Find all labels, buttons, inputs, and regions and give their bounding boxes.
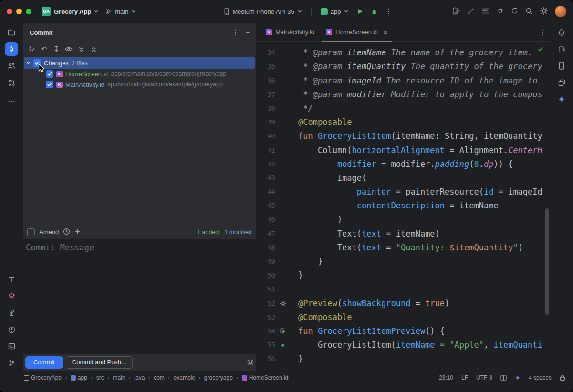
ai-commit-message-icon[interactable] bbox=[74, 228, 81, 236]
more-run-options-icon[interactable]: ⋮ bbox=[383, 5, 395, 18]
line-number[interactable]: 50 bbox=[256, 268, 275, 282]
commit-tool-window-icon[interactable] bbox=[5, 42, 18, 56]
added-count[interactable]: 1 added bbox=[197, 229, 219, 236]
breadcrumb-item[interactable]: main bbox=[113, 374, 125, 381]
refresh-icon[interactable]: ↻ bbox=[26, 44, 37, 54]
terminal-icon[interactable] bbox=[5, 340, 18, 353]
inspections-ok-icon[interactable] bbox=[537, 46, 543, 53]
shelve-icon[interactable]: ↧ bbox=[51, 44, 62, 54]
line-number[interactable]: 52 bbox=[256, 297, 275, 310]
show-diff-icon[interactable] bbox=[63, 44, 74, 54]
line-number[interactable]: 40 bbox=[256, 129, 275, 143]
code-line[interactable]: 37 * @param modifier Modifier to apply t… bbox=[256, 88, 550, 102]
line-number[interactable]: 36 bbox=[256, 74, 275, 88]
problems-icon[interactable] bbox=[5, 323, 18, 336]
gutter-icon-slot[interactable] bbox=[275, 328, 298, 334]
file-checkbox[interactable] bbox=[46, 81, 53, 88]
commit-history-icon[interactable] bbox=[63, 228, 70, 237]
code-line[interactable]: 45 contentDescription = itemName bbox=[256, 199, 550, 213]
code-line[interactable]: 41 Column(horizontalAlignment = Alignmen… bbox=[256, 144, 550, 157]
notifications-bell-icon[interactable] bbox=[555, 26, 568, 39]
app-insights-bug-icon[interactable] bbox=[497, 7, 504, 16]
device-selector[interactable]: Medium Phone API 35 bbox=[220, 6, 305, 17]
code-line[interactable]: 54fun GroceryListItemPreview() { bbox=[256, 324, 550, 338]
pull-requests-icon[interactable] bbox=[5, 76, 18, 89]
expand-chevron-icon[interactable] bbox=[26, 61, 31, 65]
plant-icon[interactable] bbox=[5, 306, 18, 320]
expand-all-icon[interactable] bbox=[75, 44, 87, 54]
line-number[interactable]: 57 bbox=[256, 366, 275, 371]
hide-panel-icon[interactable]: − bbox=[246, 29, 250, 36]
line-number[interactable]: 47 bbox=[256, 227, 275, 241]
user-avatar[interactable] bbox=[555, 6, 566, 17]
run-preview-gutter-icon[interactable] bbox=[280, 328, 286, 334]
modified-count[interactable]: 1 modified bbox=[224, 229, 252, 236]
code-line[interactable]: 49 } bbox=[256, 255, 550, 268]
code-line[interactable]: 39@Composable bbox=[256, 115, 550, 129]
settings-gear-icon[interactable] bbox=[540, 7, 548, 16]
line-number[interactable]: 56 bbox=[256, 352, 275, 366]
minimize-window-button[interactable] bbox=[16, 9, 22, 14]
code-line[interactable]: 46 ) bbox=[256, 213, 550, 227]
code-line[interactable]: 51 bbox=[256, 282, 550, 296]
code-line[interactable]: 38 */ bbox=[256, 102, 550, 115]
code-line[interactable]: 35 * @param itemQuantity The quantity of… bbox=[256, 60, 550, 73]
line-number[interactable]: 37 bbox=[256, 88, 275, 102]
code-line[interactable]: 36 * @param imageId The resource ID of t… bbox=[256, 74, 550, 88]
changes-checkbox[interactable] bbox=[33, 59, 41, 67]
more-tool-windows-icon[interactable]: … bbox=[5, 93, 18, 106]
device-manager-icon[interactable] bbox=[555, 59, 568, 72]
line-number[interactable]: 39 bbox=[256, 115, 275, 129]
commit-settings-gear-icon[interactable] bbox=[247, 359, 254, 366]
commit-button[interactable]: Commit bbox=[25, 356, 63, 369]
file-encoding[interactable]: UTF-8 bbox=[476, 374, 492, 381]
code-line[interactable]: 40fun GroceryListItem(itemName: String, … bbox=[256, 129, 550, 143]
breadcrumb-item[interactable]: groceryapp bbox=[204, 374, 233, 381]
line-number[interactable]: 54 bbox=[256, 324, 275, 338]
line-number[interactable]: 43 bbox=[256, 171, 275, 185]
breadcrumb-item[interactable]: app bbox=[71, 374, 87, 381]
app-inspection-layers-icon[interactable] bbox=[5, 289, 18, 303]
amend-checkbox[interactable] bbox=[27, 228, 35, 236]
line-number[interactable]: 46 bbox=[256, 213, 275, 227]
gemini-icon[interactable] bbox=[555, 93, 568, 106]
breadcrumb-item[interactable]: java bbox=[134, 374, 145, 381]
file-checkbox[interactable] bbox=[46, 70, 53, 78]
breadcrumb-item[interactable]: example bbox=[174, 374, 195, 381]
debug-button[interactable] bbox=[368, 5, 381, 18]
indent-setting[interactable]: 4 spaces bbox=[529, 374, 552, 381]
code-line[interactable]: 53@Composable bbox=[256, 310, 550, 324]
code-line[interactable]: 47 Text(text = itemName) bbox=[256, 227, 550, 241]
line-number[interactable]: 48 bbox=[256, 241, 275, 255]
line-number[interactable]: 33 bbox=[256, 42, 275, 46]
code-line[interactable]: 57 bbox=[256, 366, 550, 371]
rollback-icon[interactable]: ↶ bbox=[38, 44, 50, 54]
search-icon[interactable] bbox=[525, 7, 533, 16]
device-explorer-icon[interactable] bbox=[555, 76, 568, 89]
line-number[interactable]: 44 bbox=[256, 185, 275, 199]
breadcrumb-item[interactable]: com bbox=[154, 374, 165, 381]
commit-panel-options-icon[interactable]: ⋮ bbox=[231, 29, 239, 36]
commit-message-input[interactable]: Commit Message bbox=[23, 239, 256, 353]
line-number[interactable]: 51 bbox=[256, 282, 275, 296]
preview-settings-gutter-icon[interactable] bbox=[280, 300, 286, 307]
editor-scrollbar[interactable] bbox=[545, 208, 549, 315]
changed-file-row[interactable]: MainActivity.ktapp/src/main/java/com/exa… bbox=[24, 79, 255, 90]
ai-actions-icon[interactable] bbox=[467, 7, 475, 16]
tab-mainactivity[interactable]: MainActivity.kt bbox=[260, 23, 320, 42]
changes-root-row[interactable]: Changes 2 files bbox=[24, 57, 255, 69]
line-number[interactable]: 45 bbox=[256, 199, 275, 213]
commit-and-push-button[interactable]: Commit and Push... bbox=[66, 356, 133, 369]
line-number[interactable]: 41 bbox=[256, 144, 275, 157]
split-icon[interactable] bbox=[500, 375, 507, 381]
ai-status-sparkle-icon[interactable] bbox=[515, 375, 521, 381]
code-editor[interactable]: 3334 * @param itemName The name of the g… bbox=[256, 42, 550, 371]
line-separator[interactable]: LF bbox=[461, 374, 468, 381]
collapse-all-icon[interactable] bbox=[88, 44, 99, 54]
gutter-icon-slot[interactable] bbox=[275, 342, 298, 348]
task-list-icon[interactable] bbox=[482, 8, 490, 16]
line-number[interactable]: 53 bbox=[256, 310, 275, 324]
deploy-preview-gutter-icon[interactable] bbox=[280, 342, 286, 348]
run-button[interactable] bbox=[354, 5, 366, 18]
line-number[interactable]: 55 bbox=[256, 338, 275, 352]
